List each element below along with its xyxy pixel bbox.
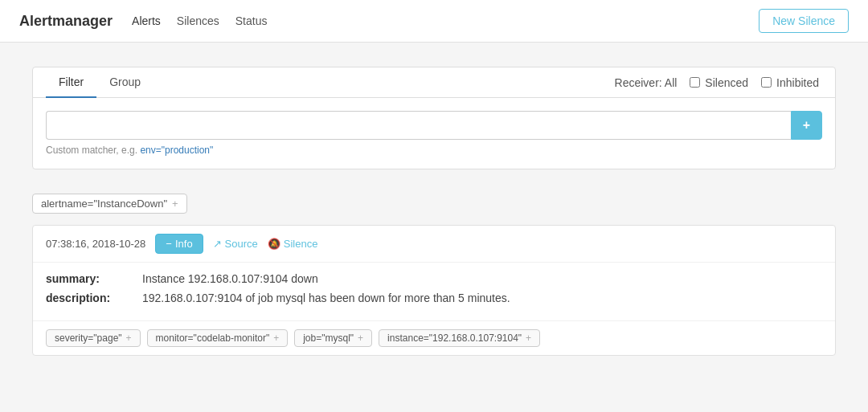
- group-tag-text: alertname="InstanceDown": [41, 198, 167, 210]
- silenced-checkbox[interactable]: [690, 77, 700, 88]
- inhibited-label[interactable]: Inhibited: [776, 76, 819, 89]
- tab-group[interactable]: Group: [96, 67, 154, 98]
- alert-item: 07:38:16, 2018-10-28 − Info ↗ Source 🔕 S…: [32, 225, 836, 356]
- filter-hint: Custom matcher, e.g. env="production": [46, 145, 822, 156]
- receiver-label: Receiver: All: [615, 76, 678, 89]
- inhibited-checkbox-group: Inhibited: [761, 76, 819, 89]
- footer-tag-text: monitor="codelab-monitor": [156, 332, 270, 344]
- main-content: Filter Group Receiver: All Silenced Inhi…: [0, 43, 868, 396]
- summary-value: Instance 192.168.0.107:9104 down: [142, 272, 318, 285]
- footer-tag: monitor="codelab-monitor"+: [147, 329, 289, 347]
- footer-tag-text: severity="page": [55, 332, 122, 344]
- nav-silences[interactable]: Silences: [177, 14, 219, 27]
- info-button[interactable]: − Info: [155, 234, 203, 254]
- footer-tag-text: instance="192.168.0.107:9104": [387, 332, 522, 344]
- alert-footer: severity="page"+monitor="codelab-monitor…: [33, 320, 835, 355]
- alert-group-tags: alertname="InstanceDown" +: [32, 194, 836, 214]
- source-label: Source: [225, 238, 258, 250]
- minus-icon: −: [166, 238, 172, 250]
- chart-icon: ↗: [213, 238, 222, 250]
- group-tag-plus-icon[interactable]: +: [172, 198, 178, 210]
- footer-tag: severity="page"+: [46, 329, 141, 347]
- filter-card: Filter Group Receiver: All Silenced Inhi…: [32, 67, 836, 169]
- nav-alerts[interactable]: Alerts: [132, 14, 161, 27]
- footer-tag: instance="192.168.0.107:9104"+: [379, 329, 540, 347]
- alert-time: 07:38:16, 2018-10-28: [46, 238, 145, 250]
- inhibited-checkbox[interactable]: [761, 77, 772, 88]
- nav-links: Alerts Silences Status: [132, 14, 759, 27]
- footer-tag-plus-icon[interactable]: +: [358, 332, 363, 344]
- info-label: Info: [175, 238, 193, 250]
- silenced-label[interactable]: Silenced: [705, 76, 748, 89]
- alert-header: 07:38:16, 2018-10-28 − Info ↗ Source 🔕 S…: [33, 226, 835, 263]
- filter-right-controls: Receiver: All Silenced Inhibited: [615, 76, 822, 89]
- filter-tabs-bar: Filter Group Receiver: All Silenced Inhi…: [33, 67, 835, 98]
- summary-key: summary:: [46, 272, 142, 285]
- alert-group: alertname="InstanceDown" + 07:38:16, 201…: [32, 194, 836, 356]
- hint-example[interactable]: env="production": [140, 145, 213, 156]
- summary-field: summary: Instance 192.168.0.107:9104 dow…: [46, 272, 822, 285]
- footer-tag-plus-icon[interactable]: +: [526, 332, 531, 344]
- nav-status[interactable]: Status: [235, 14, 268, 27]
- filter-body: + Custom matcher, e.g. env="production": [33, 98, 835, 169]
- description-field: description: 192.168.0.107:9104 of job m…: [46, 292, 822, 304]
- new-silence-button[interactable]: New Silence: [759, 9, 849, 33]
- source-button[interactable]: ↗ Source: [213, 238, 258, 250]
- bell-slash-icon: 🔕: [268, 238, 280, 250]
- description-value: 192.168.0.107:9104 of job mysql has been…: [142, 292, 510, 304]
- footer-tag-plus-icon[interactable]: +: [126, 332, 132, 344]
- footer-tag: job="mysql"+: [294, 329, 372, 347]
- hint-text: Custom matcher, e.g.: [46, 145, 137, 156]
- silence-label: Silence: [284, 238, 318, 250]
- footer-tag-plus-icon[interactable]: +: [273, 332, 279, 344]
- add-filter-button[interactable]: +: [791, 111, 822, 140]
- footer-tag-text: job="mysql": [303, 332, 354, 344]
- alert-body: summary: Instance 192.168.0.107:9104 dow…: [33, 263, 835, 320]
- silence-button[interactable]: 🔕 Silence: [268, 238, 318, 250]
- filter-input[interactable]: [46, 111, 791, 140]
- navbar: Alertmanager Alerts Silences Status New …: [0, 0, 868, 43]
- silenced-checkbox-group: Silenced: [690, 76, 748, 89]
- description-key: description:: [46, 292, 142, 304]
- brand-title: Alertmanager: [19, 13, 113, 30]
- group-tag: alertname="InstanceDown" +: [32, 194, 187, 214]
- tab-filter[interactable]: Filter: [46, 67, 96, 98]
- filter-input-row: +: [46, 111, 822, 140]
